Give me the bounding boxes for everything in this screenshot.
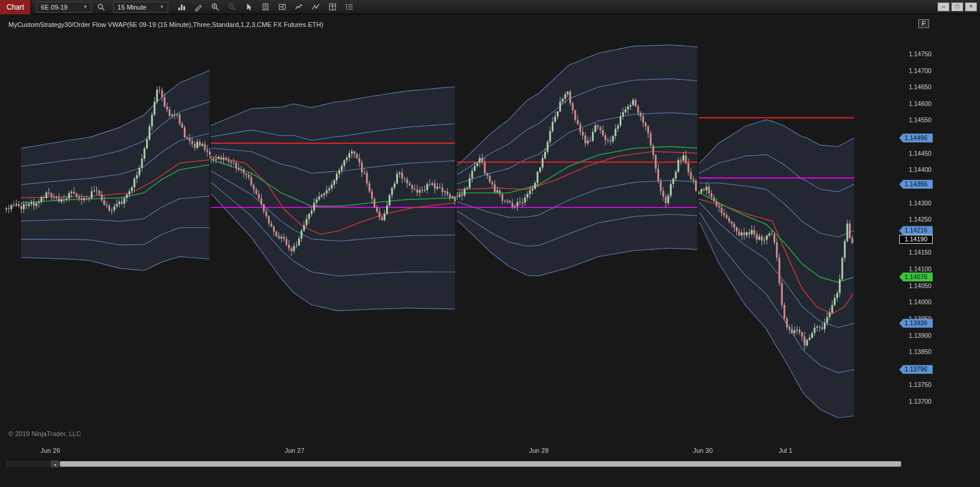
vwap-price-badge: 1.14076	[899, 273, 933, 282]
time-axis-label: Jun 26	[29, 447, 71, 454]
chevron-down-icon: ▼	[83, 4, 87, 10]
maximize-button[interactable]: □	[951, 2, 963, 11]
toolbar: Chart 6E 09-19 ▼ 15 Minute ▼ –□×	[0, 0, 980, 14]
time-axis-label: Jun 28	[518, 447, 560, 454]
data-box-icon[interactable]	[259, 1, 272, 13]
toolbar-icon-group	[175, 1, 356, 13]
chevron-down-icon: ▼	[159, 4, 164, 10]
close-button[interactable]: ×	[965, 2, 977, 11]
instrument-value: 6E 09-19	[41, 4, 68, 11]
last-price-badge: 1.14190	[899, 235, 933, 244]
interval-value: 15 Minute	[117, 4, 146, 11]
band-price-badge: 1.14356	[899, 180, 933, 189]
strategies-icon[interactable]	[309, 1, 322, 13]
time-axis-label: Jun 27	[274, 447, 315, 454]
time-axis[interactable]: Jun 26Jun 27Jun 28Jun 30Jul 1	[0, 14, 904, 487]
cursor-icon[interactable]	[242, 1, 255, 13]
horizontal-scrollbar[interactable]: ◄	[5, 460, 903, 468]
time-axis-label: Jun 30	[682, 447, 724, 454]
indicators-icon[interactable]	[292, 1, 305, 13]
band-price-badge: 1.14216	[899, 226, 933, 235]
minimize-button[interactable]: –	[937, 2, 949, 11]
band-price-badge: 1.13796	[899, 365, 933, 374]
time-axis-label: Jul 1	[764, 447, 806, 454]
band-price-badge: 1.13936	[899, 319, 933, 328]
instrument-selector[interactable]: 6E 09-19 ▼	[37, 2, 92, 13]
scroll-left-button[interactable]: ◄	[51, 461, 59, 467]
chart-window: Chart 6E 09-19 ▼ 15 Minute ▼ –□× MyCusto…	[0, 0, 980, 487]
band-price-badge: 1.14496	[899, 134, 933, 143]
chart-trader-icon[interactable]	[275, 1, 289, 13]
zoom-in-icon[interactable]	[208, 1, 222, 13]
chart-region: MyCustomStrategy30/Order Flow VWAP(6E 09…	[0, 14, 980, 487]
interval-selector[interactable]: 15 Minute ▼	[113, 2, 168, 13]
price-badges: 1.144961.143561.142161.141901.140761.139…	[899, 14, 935, 458]
window-controls: –□×	[937, 2, 977, 11]
properties-icon[interactable]	[326, 1, 339, 13]
drawing-tools-icon[interactable]	[192, 1, 205, 13]
chart-style-icon[interactable]	[175, 1, 188, 13]
chart-tab[interactable]: Chart	[0, 0, 31, 14]
search-icon	[97, 3, 105, 11]
instrument-search-button[interactable]	[95, 1, 108, 13]
zoom-out-icon	[225, 1, 238, 13]
display-list-icon[interactable]	[342, 1, 356, 13]
scrollbar-thumb[interactable]	[60, 461, 901, 467]
